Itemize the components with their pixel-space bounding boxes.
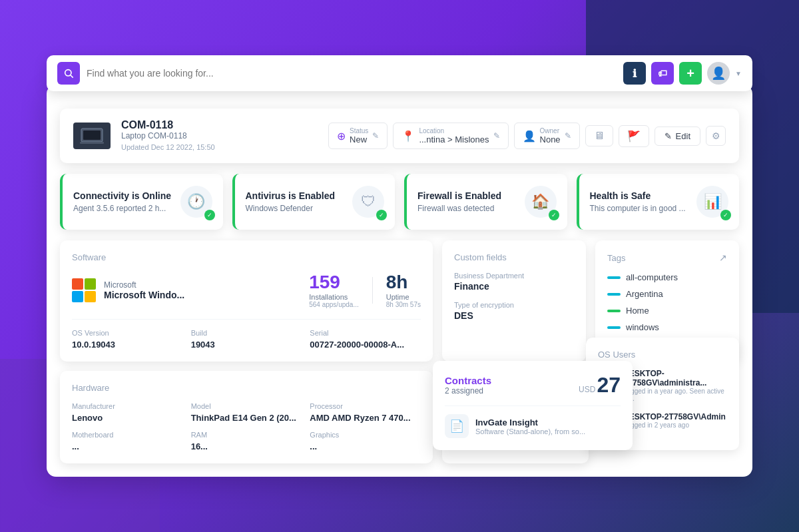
owner-icon: 👤 bbox=[523, 130, 536, 142]
location-icon: 📍 bbox=[401, 130, 415, 142]
firewall-check: ✓ bbox=[549, 210, 559, 220]
os-fields: OS Version 10.0.19043 Build 19043 Serial… bbox=[72, 319, 421, 350]
software-top: Microsoft Microsoft Windo... 159 Install… bbox=[72, 272, 421, 308]
status-icon: ⊕ bbox=[337, 130, 346, 142]
uptime-label: Uptime bbox=[386, 293, 421, 301]
top-bar: ℹ 🏷 + 👤 ▼ bbox=[47, 55, 752, 91]
custom-fields-card: Custom fields Business Department Financ… bbox=[442, 240, 586, 362]
owner-edit-icon[interactable]: ✎ bbox=[565, 131, 571, 140]
user-name-1: DESKTOP-2T758GV\Admin bbox=[623, 412, 726, 421]
antivirus-title: Antivirus is Enabled bbox=[246, 190, 336, 201]
health-icon-wrap: 📊 ✓ bbox=[696, 186, 728, 218]
manufacturer-value: Lenovo bbox=[72, 413, 183, 423]
dept-label: Business Department bbox=[454, 272, 574, 280]
hw-fields: Manufacturer Lenovo Model ThinkPad E14 G… bbox=[72, 402, 421, 451]
model-label: Model bbox=[191, 402, 302, 410]
asset-header: COM-0118 Laptop COM-0118 Updated Dec 12 … bbox=[60, 109, 739, 163]
motherboard-value: ... bbox=[72, 441, 183, 451]
ms-logo-green bbox=[85, 278, 96, 290]
search-input[interactable] bbox=[87, 68, 617, 79]
location-edit-icon[interactable]: ✎ bbox=[493, 131, 500, 140]
main-container: ℹ 🏷 + 👤 ▼ COM-01 bbox=[47, 55, 752, 477]
search-button[interactable] bbox=[57, 62, 80, 85]
contract-item: 📄 InvGate Insight Software (Stand-alone)… bbox=[445, 405, 621, 438]
tag-dot-argentina bbox=[607, 293, 621, 296]
edit-label: Edit bbox=[676, 131, 690, 141]
ram-label: RAM bbox=[191, 431, 302, 439]
software-section-title: Software bbox=[72, 252, 421, 262]
encryption-field: Type of encryption DES bbox=[454, 301, 574, 321]
info-button[interactable]: ℹ bbox=[623, 62, 646, 85]
tag-argentina: Argentina bbox=[607, 289, 727, 299]
sw-divider bbox=[372, 277, 373, 304]
edit-button[interactable]: ✎ Edit bbox=[655, 127, 700, 146]
contract-name: InvGate Insight bbox=[475, 417, 585, 427]
tag-label-argentina: Argentina bbox=[626, 289, 663, 299]
location-meta-label: Location bbox=[419, 127, 489, 134]
uptime-value: 8h bbox=[386, 272, 421, 293]
custom-fields-title: Custom fields bbox=[454, 252, 574, 262]
health-title: Health is Safe bbox=[590, 190, 686, 201]
ram-value: 16... bbox=[191, 441, 302, 451]
tag-button[interactable]: 🏷 bbox=[651, 62, 674, 85]
os-version-value: 10.0.19043 bbox=[72, 340, 183, 350]
tag-dot-all-computers bbox=[607, 276, 621, 279]
model-value: ThinkPad E14 Gen 2 (20... bbox=[191, 413, 302, 423]
tag-label-all-computers: all-computers bbox=[626, 272, 678, 282]
tags-section-title: Tags bbox=[607, 253, 625, 263]
processor-label: Processor bbox=[310, 402, 421, 410]
tag-label-windows: windows bbox=[626, 322, 659, 332]
contracts-title: Contracts bbox=[445, 375, 491, 386]
contract-icon: 📄 bbox=[445, 414, 469, 438]
hardware-section-title: Hardware bbox=[72, 383, 421, 393]
tags-list: all-computers Argentina Home windows bbox=[607, 272, 727, 332]
connectivity-icon-wrap: 🕐 ✓ bbox=[180, 186, 212, 218]
status-value: New bbox=[350, 134, 367, 144]
connectivity-check: ✓ bbox=[204, 210, 215, 220]
tags-edit-button[interactable]: ↗ bbox=[719, 252, 727, 263]
uptime-sub: 8h 30m 57s bbox=[386, 301, 421, 308]
asset-type: Laptop COM-0118 bbox=[121, 131, 215, 140]
firewall-icon-wrap: 🏠 ✓ bbox=[525, 186, 557, 218]
status-cards: Connectivity is Online Agent 3.5.6 repor… bbox=[60, 174, 739, 230]
sw-stats: 159 Installations 564 apps/upda... 8h Up… bbox=[309, 272, 421, 308]
status-edit-icon[interactable]: ✎ bbox=[372, 131, 379, 140]
ms-logo-red bbox=[72, 278, 83, 290]
processor-value: AMD AMD Ryzen 7 470... bbox=[310, 413, 421, 423]
os-version-label: OS Version bbox=[72, 329, 183, 337]
tag-windows: windows bbox=[607, 322, 727, 332]
svg-rect-4 bbox=[80, 142, 104, 144]
graphics-value: ... bbox=[310, 441, 421, 451]
user-name-0: DESKTOP-2T758GV\administra... bbox=[623, 369, 727, 388]
connectivity-desc: Agent 3.5.6 reported 2 h... bbox=[73, 204, 171, 213]
contracts-card: Contracts 2 assigned USD 27 📄 InvGate In… bbox=[433, 361, 633, 450]
ms-logo-blue bbox=[72, 291, 83, 302]
ms-logo-yellow bbox=[85, 291, 96, 302]
avatar[interactable]: 👤 bbox=[707, 62, 730, 85]
motherboard-label: Motherboard bbox=[72, 431, 183, 439]
asset-info: COM-0118 Laptop COM-0118 Updated Dec 12 … bbox=[121, 119, 215, 152]
serial-value: 00727-20000-00008-A... bbox=[310, 340, 421, 350]
gear-button[interactable]: ⚙ bbox=[706, 126, 726, 146]
tag-label-home: Home bbox=[626, 306, 649, 316]
gear-icon: ⚙ bbox=[712, 131, 720, 141]
tag-all-computers: all-computers bbox=[607, 272, 727, 282]
health-desc: This computer is in good ... bbox=[590, 204, 686, 213]
location-value: ...ntina > Mislones bbox=[419, 134, 489, 144]
contract-desc: Software (Stand-alone), from so... bbox=[475, 427, 585, 435]
contracts-currency: USD bbox=[579, 385, 595, 394]
user-status-0: Logged in a year ago. Seen active 2 ... bbox=[623, 388, 727, 402]
tags-header: Tags ↗ bbox=[607, 252, 727, 263]
asset-meta: ⊕ Status New ✎ 📍 Location ...ntina > Mis… bbox=[226, 123, 726, 149]
location-meta-item: 📍 Location ...ntina > Mislones ✎ bbox=[393, 123, 508, 149]
asset-name: COM-0118 bbox=[121, 119, 215, 131]
health-card: Health is Safe This computer is in good … bbox=[577, 174, 740, 230]
add-button[interactable]: + bbox=[679, 62, 702, 85]
connectivity-card: Connectivity is Online Agent 3.5.6 repor… bbox=[60, 174, 223, 230]
display-icon: 🖥 bbox=[594, 130, 605, 142]
owner-value: None bbox=[540, 134, 561, 144]
flag-icon: 🚩 bbox=[627, 130, 641, 142]
health-check: ✓ bbox=[720, 210, 731, 220]
flag-meta-item: 🚩 bbox=[619, 125, 649, 147]
antivirus-check: ✓ bbox=[376, 210, 387, 220]
